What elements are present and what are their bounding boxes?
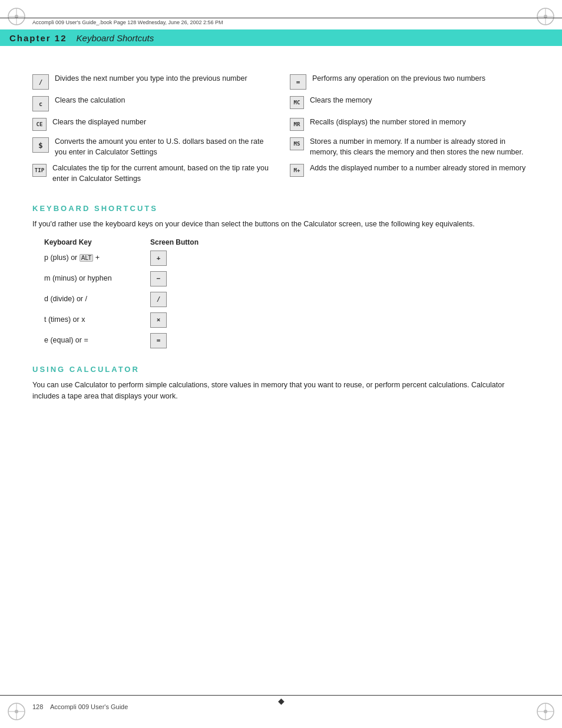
keyboard-table: Keyboard Key Screen Button p (plus) or A… (44, 238, 530, 348)
calc-btn-minus-kb: − (150, 271, 167, 286)
kb-row-times: t (times) or x × (44, 312, 530, 328)
calc-btn-mc: MC (290, 96, 304, 109)
top-divider (0, 18, 562, 18)
btn-desc-row-1: c Clears the calculation MC Clears the m… (32, 95, 530, 111)
calc-btn-dollar: $ (32, 137, 49, 153)
btn-desc-left-2: CE Clears the displayed number (32, 117, 284, 131)
alt-badge: ALT (80, 254, 94, 262)
btn-desc-right-2: MR Recalls (displays) the number stored … (284, 117, 530, 131)
kb-btn-minus: − (150, 271, 209, 286)
kb-btn-plus: + (150, 250, 209, 266)
btn-desc-text-0-left: Divides the next number you type into th… (55, 74, 272, 84)
kb-row-divide: d (divide) or / / (44, 291, 530, 307)
calc-btn-ce: CE (32, 118, 47, 131)
kb-btn-times: × (150, 312, 209, 328)
bottom-center-mark: ◆ (278, 696, 285, 706)
footer-page: 128 (32, 703, 43, 710)
btn-desc-text-1-left: Clears the calculation (55, 95, 272, 106)
kb-key-plus: p (plus) or ALT + (44, 253, 150, 262)
btn-desc-right-0: = Performs any operation on the previous… (284, 74, 530, 90)
footer-title: Accompli 009 User's Guide (50, 703, 128, 710)
chapter-heading-bar: Chapter 12 Keyboard Shortcuts (0, 29, 562, 46)
content-area: / Divides the next number you type into … (32, 56, 530, 410)
corner-decoration-tr (535, 6, 556, 27)
btn-desc-text-3-left: Converts the amount you enter to U.S. do… (55, 137, 272, 157)
chapter-subtitle: Keyboard Shortcuts (77, 33, 154, 43)
bottom-divider (0, 695, 562, 696)
btn-desc-text-4-left: Calculates the tip for the current amoun… (52, 163, 272, 184)
btn-desc-text-2-right: Recalls (displays) the number stored in … (310, 117, 530, 128)
calc-btn-ms: MS (290, 137, 304, 150)
file-info: Accompli 009 User's Guide_.book Page 128… (32, 19, 223, 25)
calc-btn-equals-desc: = (290, 74, 306, 90)
calc-btn-mr: MR (290, 118, 304, 131)
calc-btn-equal-kb: = (150, 333, 167, 348)
keyboard-shortcuts-intro: If you'd rather use the keyboard keys on… (32, 219, 530, 230)
btn-desc-text-0-right: Performs any operation on the previous t… (312, 74, 530, 84)
btn-desc-text-1-right: Clears the memory (310, 95, 530, 106)
kb-key-minus: m (minus) or hyphen (44, 274, 150, 282)
button-descriptions-table: / Divides the next number you type into … (32, 74, 530, 190)
calc-btn-c: c (32, 96, 49, 111)
btn-desc-left-4: TIP Calculates the tip for the current a… (32, 163, 284, 184)
kb-row-plus: p (plus) or ALT + + (44, 250, 530, 266)
corner-decoration-br (535, 701, 556, 722)
kb-col-btn-header: Screen Button (150, 238, 209, 246)
kb-row-equal: e (equal) or = = (44, 332, 530, 348)
calc-btn-divide: / (32, 74, 49, 90)
calc-btn-times-kb: × (150, 312, 167, 328)
btn-desc-text-2-left: Clears the displayed number (52, 117, 272, 128)
calc-btn-divide-kb: / (150, 292, 167, 307)
btn-desc-left-1: c Clears the calculation (32, 95, 284, 111)
calc-btn-plus-kb: + (150, 251, 167, 266)
calc-btn-tip: TIP (32, 164, 47, 177)
btn-desc-row-2: CE Clears the displayed number MR Recall… (32, 117, 530, 131)
kb-table-header: Keyboard Key Screen Button (44, 238, 530, 246)
chapter-label: Chapter 12 (9, 33, 67, 43)
kb-btn-equal: = (150, 332, 209, 348)
btn-desc-left-3: $ Converts the amount you enter to U.S. … (32, 137, 284, 157)
svg-point-11 (15, 710, 18, 713)
corner-decoration-bl (6, 701, 27, 722)
svg-point-15 (544, 710, 547, 713)
btn-desc-left-0: / Divides the next number you type into … (32, 74, 284, 90)
calc-btn-mplus: M+ (290, 164, 304, 177)
btn-desc-row-3: $ Converts the amount you enter to U.S. … (32, 137, 530, 157)
corner-decoration-tl (6, 6, 27, 27)
using-calculator-body: You can use Calculator to perform simple… (32, 380, 530, 402)
btn-desc-text-4-right: Adds the displayed number to a number al… (310, 163, 530, 174)
kb-row-minus: m (minus) or hyphen − (44, 271, 530, 286)
btn-desc-text-3-right: Stores a number in memory. If a number i… (310, 137, 530, 157)
footer: 128 Accompli 009 User's Guide (32, 703, 128, 710)
kb-key-equal: e (equal) or = (44, 336, 150, 344)
btn-desc-right-1: MC Clears the memory (284, 95, 530, 109)
kb-col-key-header: Keyboard Key (44, 238, 150, 246)
btn-desc-row-4: TIP Calculates the tip for the current a… (32, 163, 530, 184)
btn-desc-right-4: M+ Adds the displayed number to a number… (284, 163, 530, 177)
kb-btn-divide: / (150, 291, 209, 307)
kb-key-times: t (times) or x (44, 315, 150, 324)
keyboard-shortcuts-heading: KEYBOARD SHORTCUTS (32, 204, 530, 213)
using-calculator-heading: USING CALCULATOR (32, 365, 530, 374)
btn-desc-right-3: MS Stores a number in memory. If a numbe… (284, 137, 530, 157)
btn-desc-row-0: / Divides the next number you type into … (32, 74, 530, 90)
kb-key-divide: d (divide) or / (44, 295, 150, 303)
